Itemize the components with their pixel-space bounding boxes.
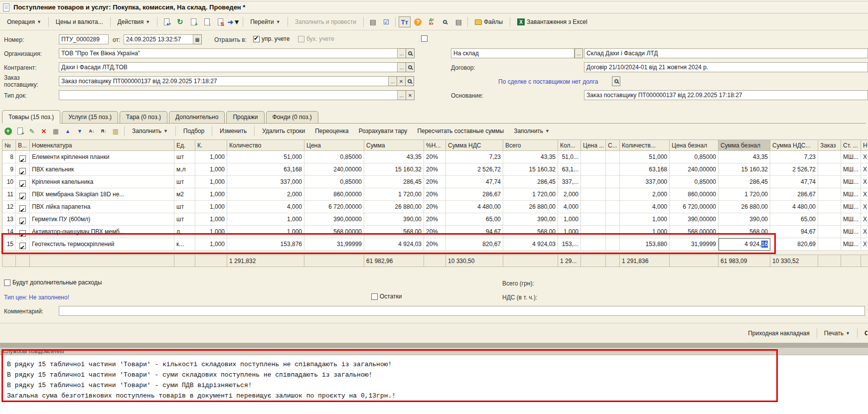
warehouse-field[interactable]: Склад Дахи і Фасади ЛТД [584, 48, 868, 58]
cell-kol2[interactable]: 4,000 [558, 201, 581, 213]
cell-nomenclature[interactable]: Активатор-очищувач ПВХ мемб... [30, 226, 174, 238]
magnifier-button[interactable] [406, 76, 414, 86]
recalc-sums-button[interactable]: Пересчитать составные суммы [413, 126, 508, 137]
date-field[interactable]: 24.09.2025 13:32:57 [124, 34, 193, 44]
cell-price2[interactable] [581, 213, 606, 226]
cell-vat_pct[interactable]: 20% [424, 213, 446, 226]
cell-order[interactable] [818, 176, 841, 188]
goto-button[interactable]: Перейти▼ [246, 16, 284, 27]
magnifier-button[interactable] [612, 76, 620, 86]
cell-order[interactable] [818, 238, 841, 251]
cell-k[interactable]: 1,000 [195, 163, 227, 176]
cell-price[interactable]: 0,85000 [304, 176, 364, 188]
price-type-link[interactable]: Тип цен: Не заполнено! [4, 294, 69, 301]
cell-vat_sum[interactable]: 94,67 [446, 226, 503, 238]
cell-n[interactable]: Х [861, 151, 868, 163]
col-header-nomenclature[interactable]: Номенклатура [30, 139, 174, 151]
fill-and-post-button[interactable]: Заполнить и провести [291, 16, 360, 27]
cell-sum_nocash[interactable]: 568,00 [719, 226, 770, 238]
row-select-checkbox[interactable] [19, 243, 26, 249]
cell-price[interactable]: 390,00000 [304, 213, 364, 226]
table-row[interactable]: 10Кріплення капельникашт1,000337,0000,85… [2, 176, 868, 188]
tab-goods[interactable]: Товары (15 поз.) [2, 110, 60, 124]
report-icon[interactable]: ▤ [452, 16, 464, 27]
cell-price[interactable]: 6 720,00000 [304, 201, 364, 213]
cell-order[interactable] [818, 226, 841, 238]
buh-accounting-checkbox[interactable]: бух. учете [298, 35, 334, 42]
price-bars-icon[interactable]: ▥ [111, 126, 121, 136]
header-flag-checkbox[interactable] [421, 35, 428, 42]
cell-price_nocash[interactable]: 390,00000 [670, 213, 719, 226]
cell-sum_nocash[interactable]: 1 720,00 [719, 188, 770, 201]
col-header-num[interactable]: № [2, 139, 16, 151]
cell-num[interactable]: 9 [2, 163, 16, 176]
col-header-vat_nocash[interactable]: Сумма НДС... [770, 139, 818, 151]
cell-nomenclature[interactable]: ПВХ капельник [30, 163, 174, 176]
col-header-st[interactable]: Ст. ... [841, 139, 861, 151]
dt-kt-icon[interactable]: ДтКт [426, 16, 437, 27]
cell-flag[interactable] [16, 238, 30, 251]
col-header-order[interactable]: Заказ [818, 139, 841, 151]
cell-qty_nocash[interactable]: 51,000 [620, 151, 670, 163]
move-up-icon[interactable]: ▲ [63, 126, 73, 136]
cell-s[interactable] [606, 226, 620, 238]
tab-tare[interactable]: Тара (0 поз.) [120, 111, 167, 123]
table-row[interactable]: 11ПВХ мембрана Sikaplan 18D не...м21,000… [2, 188, 868, 201]
cell-sum[interactable]: 568,00 [364, 226, 424, 238]
checklist-icon[interactable]: ☑ [380, 16, 392, 27]
col-header-sum[interactable]: Сумма [364, 139, 424, 151]
cell-vat_nocash[interactable]: 820,69 [770, 238, 818, 251]
cell-st[interactable]: МШ... [841, 151, 861, 163]
cell-k[interactable]: 1,000 [195, 201, 227, 213]
cell-qty_nocash[interactable]: 1,000 [620, 226, 670, 238]
cell-k[interactable]: 1,000 [195, 176, 227, 188]
cell-price[interactable]: 31,99999 [304, 238, 364, 251]
cell-qty_nocash[interactable]: 2,000 [620, 188, 670, 201]
cell-vat_nocash[interactable]: 94,67 [770, 226, 818, 238]
row-select-checkbox[interactable] [19, 193, 26, 199]
cell-price_nocash[interactable]: 240,00000 [670, 163, 719, 176]
cell-s[interactable] [606, 188, 620, 201]
table-row[interactable]: 9ПВХ капельникм.л1,00063,168240,0000015 … [2, 163, 868, 176]
cell-vat_sum[interactable]: 47,74 [446, 176, 503, 188]
preview-icon[interactable] [439, 16, 451, 27]
cell-price[interactable]: 568,00000 [304, 226, 364, 238]
col-header-vat_sum[interactable]: Сумма НДС [446, 139, 503, 151]
tab-additional[interactable]: Дополнительно [169, 111, 225, 123]
cell-n[interactable]: Х [861, 176, 868, 188]
row-select-checkbox[interactable] [19, 168, 26, 174]
sort-desc-icon[interactable]: Я↓ [99, 126, 109, 136]
cell-vat_nocash[interactable]: 4 480,00 [770, 201, 818, 213]
cell-price2[interactable] [581, 226, 606, 238]
col-header-vat_pct[interactable]: %Н... [424, 139, 446, 151]
cell-order[interactable] [818, 213, 841, 226]
goto-arrow-icon[interactable]: ➜▼ [228, 16, 240, 27]
cell-price[interactable]: 240,00000 [304, 163, 364, 176]
cell-vat_sum[interactable]: 286,67 [446, 188, 503, 201]
table-row[interactable]: 12ПВХ лійка парапетнашт1,0004,0006 720,0… [2, 201, 868, 213]
clear-button[interactable]: ✕ [406, 90, 415, 100]
cell-k[interactable]: 1,000 [195, 226, 227, 238]
cell-total[interactable]: 390,00 [503, 213, 558, 226]
cell-sum[interactable]: 286,45 [364, 176, 424, 188]
tab-funds[interactable]: Фонди (0 поз.) [266, 111, 318, 123]
contract-field[interactable]: Договір 21/10/2024-01 від 21 жовтня 2024… [584, 62, 868, 72]
filter-icon[interactable]: Тт [399, 16, 411, 27]
col-header-price_nocash[interactable]: Цена безнал [670, 139, 719, 151]
col-header-flag[interactable]: В... [16, 139, 30, 151]
col-header-price[interactable]: Цена [304, 139, 364, 151]
help-icon[interactable]: ? [412, 16, 424, 27]
cell-vat_sum[interactable]: 7,23 [446, 151, 503, 163]
cell-k[interactable]: 1,000 [195, 213, 227, 226]
cell-total[interactable]: 43,35 [503, 151, 558, 163]
change-button[interactable]: Изменить [216, 126, 251, 137]
cell-nomenclature[interactable]: ПВХ мембрана Sikaplan 18D не... [30, 188, 174, 201]
warehouse-mode-field[interactable]: На склад [451, 48, 575, 58]
cell-price[interactable]: 0,85000 [304, 151, 364, 163]
cell-kol2[interactable]: 153,... [558, 238, 581, 251]
cell-price_nocash[interactable]: 568,00000 [670, 226, 719, 238]
delete-row-icon[interactable]: ✕ [39, 126, 49, 136]
cell-sum[interactable]: 26 880,00 [364, 201, 424, 213]
cell-vat_pct[interactable]: 20% [424, 163, 446, 176]
import-document-icon[interactable] [201, 16, 213, 27]
